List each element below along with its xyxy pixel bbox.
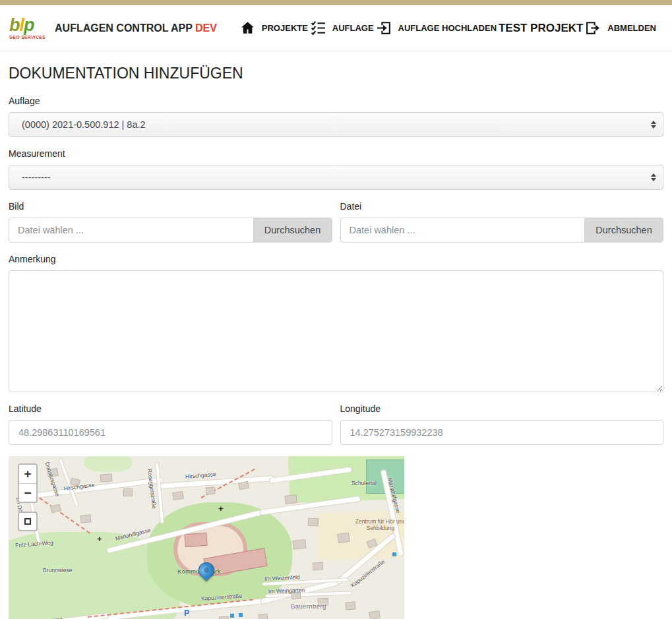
longitude-label: Longitude <box>340 403 664 414</box>
select-arrows-icon <box>651 121 656 129</box>
anmerkung-label: Anmerkung <box>9 254 663 264</box>
map-building <box>101 474 112 481</box>
measurement-select-value: --------- <box>22 172 50 183</box>
datei-file-placeholder: Datei wählen ... <box>341 218 585 242</box>
bild-label: Bild <box>9 201 332 212</box>
anmerkung-textarea[interactable] <box>9 270 663 392</box>
map-street-label: Im Weingarten <box>268 587 305 595</box>
map-street-label: Schulertal <box>351 480 377 486</box>
map-building <box>239 482 248 489</box>
map-green-area <box>84 456 132 472</box>
logo-text: blp <box>9 16 46 34</box>
logout-icon <box>585 20 601 36</box>
auflage-select[interactable]: (0000) 2021-0.500.912 | 8a.2 <box>9 112 663 137</box>
map-building <box>293 540 306 549</box>
nav-item-label: AUFLAGE HOCHLADEN <box>398 23 497 33</box>
auflage-label: Auflage <box>9 96 663 106</box>
datei-label: Datei <box>340 201 664 212</box>
map-marker-square-icon <box>230 614 234 618</box>
main-content: DOKUMENTATION HINZUFÜGEN Auflage (0000) … <box>0 51 672 619</box>
map-fullscreen-button[interactable] <box>18 512 38 531</box>
map-road <box>160 476 274 488</box>
nav-item-auflage[interactable]: AUFLAGE <box>310 20 374 36</box>
brand-logo[interactable]: blp GEO SERVICES <box>9 16 46 40</box>
bild-browse-button[interactable]: Durchsuchen <box>253 218 332 242</box>
map-district-label: Bauernberg <box>291 603 326 610</box>
logo-subtitle: GEO SERVICES <box>9 36 46 40</box>
bild-file-input[interactable]: Datei wählen ... Durchsuchen <box>9 218 332 243</box>
fullscreen-square-icon <box>24 518 31 525</box>
app-title: AUFLAGEN CONTROL APPDEV <box>55 22 217 34</box>
nav-item-label: ABMELDEN <box>607 23 656 33</box>
map-building <box>338 533 350 543</box>
logo-letter: p <box>24 15 34 35</box>
nav-items: PROJEKTE AUFLAGE AUFLAGE HOCHLADEN TEST … <box>239 20 656 36</box>
map-marker-square-icon <box>239 613 243 617</box>
map-street-label: Hirschgasse <box>185 471 216 480</box>
map-building <box>220 617 229 619</box>
nav-item-projekte[interactable]: PROJEKTE <box>239 20 308 36</box>
nav-item-label: PROJEKTE <box>262 23 308 33</box>
checklist-icon <box>310 20 326 36</box>
auflage-select-value: (0000) 2021-0.500.912 | 8a.2 <box>22 119 146 130</box>
map-street-label: Kapuzinerstraße <box>350 558 386 589</box>
latitude-input[interactable] <box>9 420 332 445</box>
top-accent-bar <box>0 0 672 5</box>
bild-file-placeholder: Datei wählen ... <box>9 218 253 242</box>
map-street-label: Brunnwiese <box>43 567 72 574</box>
map-zoom-control: + − <box>18 463 38 503</box>
nav-item-test-projekt[interactable]: TEST PROJEKT <box>499 22 583 35</box>
map-building <box>346 602 355 609</box>
app-title-text: AUFLAGEN CONTROL APP <box>55 22 193 34</box>
map-building <box>173 492 183 500</box>
map-building <box>285 495 296 504</box>
zoom-in-button[interactable]: + <box>19 465 36 483</box>
logo-letter: b <box>9 15 20 35</box>
nav-item-auflage-hochladen[interactable]: AUFLAGE HOCHLADEN <box>376 20 497 36</box>
map-building <box>81 515 91 522</box>
page-title: DOKUMENTATION HINZUFÜGEN <box>9 65 663 82</box>
upload-icon <box>376 20 392 36</box>
map-building <box>206 488 215 494</box>
zoom-out-button[interactable]: − <box>19 483 36 502</box>
map-poi-label: Zentrum für Hör und Sehbildung <box>354 518 404 531</box>
map-building <box>369 611 379 619</box>
map-building <box>259 614 267 619</box>
env-badge: DEV <box>195 22 217 34</box>
map-road <box>156 463 164 523</box>
map-building <box>309 519 319 526</box>
latitude-label: Latitude <box>9 403 332 414</box>
map-building <box>124 489 132 496</box>
map-chapel-cross-icon: + <box>97 534 102 544</box>
home-icon <box>239 20 256 36</box>
measurement-label: Measurement <box>9 148 663 159</box>
nav-item-abmelden[interactable]: ABMELDEN <box>585 20 656 36</box>
map[interactable]: Donatusgasse Hirschgasse Hirschgasse Sch… <box>9 456 404 619</box>
map-parking-icon: P <box>184 608 189 618</box>
nav-item-label: TEST PROJEKT <box>499 22 583 35</box>
map-marker-square-icon <box>392 552 396 556</box>
longitude-input[interactable] <box>340 420 664 445</box>
measurement-select[interactable]: --------- <box>9 165 663 190</box>
select-arrows-icon <box>651 173 656 181</box>
datei-file-input[interactable]: Datei wählen ... Durchsuchen <box>340 218 664 243</box>
navbar: blp GEO SERVICES AUFLAGEN CONTROL APPDEV… <box>0 5 672 51</box>
map-building-pink <box>185 533 206 546</box>
datei-browse-button[interactable]: Durchsuchen <box>584 218 663 242</box>
map-chapel-cross-icon: + <box>218 504 224 514</box>
map-building <box>313 563 323 570</box>
nav-item-label: AUFLAGE <box>332 23 374 33</box>
